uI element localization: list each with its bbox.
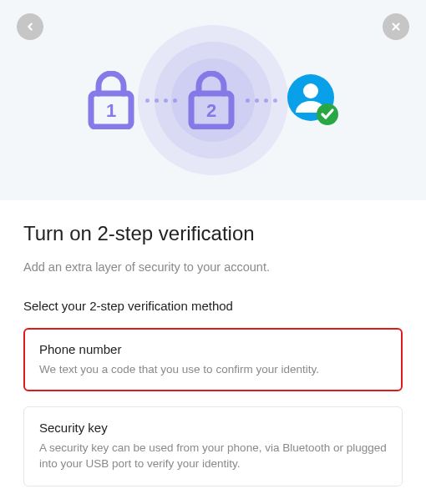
option-security-key[interactable]: Security key A security key can be used … xyxy=(23,406,403,486)
lock-2-icon: 2 xyxy=(187,71,236,129)
back-button[interactable] xyxy=(17,13,43,40)
option-title: Security key xyxy=(39,421,387,435)
content: Turn on 2-step verification Add an extra… xyxy=(0,200,426,504)
page-title: Turn on 2-step verification xyxy=(23,222,403,245)
svg-point-7 xyxy=(303,83,318,98)
two-step-illustration: 1 2 xyxy=(87,71,339,129)
connector-dots xyxy=(145,98,177,103)
lock-1-icon: 1 xyxy=(87,71,135,129)
svg-text:2: 2 xyxy=(206,100,216,121)
connector-dots-2 xyxy=(246,98,277,103)
page-subtitle: Add an extra layer of security to your a… xyxy=(23,260,403,274)
option-phone-number[interactable]: Phone number We text you a code that you… xyxy=(23,328,403,391)
option-title: Phone number xyxy=(39,342,387,356)
svg-text:1: 1 xyxy=(106,100,116,121)
hero: 1 2 xyxy=(0,0,426,200)
close-icon xyxy=(390,21,402,33)
chevron-left-icon xyxy=(24,21,36,33)
option-desc: A security key can be used from your pho… xyxy=(39,440,387,472)
option-desc: We text you a code that you use to confi… xyxy=(39,361,387,378)
method-label: Select your 2-step verification method xyxy=(23,299,403,313)
user-verified-icon xyxy=(287,74,339,126)
close-button[interactable] xyxy=(383,13,409,40)
